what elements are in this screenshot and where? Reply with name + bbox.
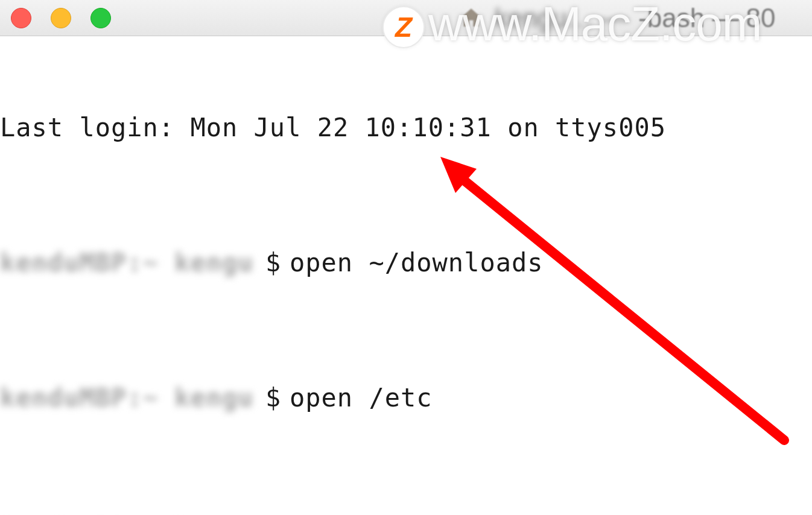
prompt-host: kenduMBP:~ kengu bbox=[0, 381, 265, 415]
minimize-button[interactable] bbox=[51, 8, 71, 28]
last-login-line: Last login: Mon Jul 22 10:10:31 on ttys0… bbox=[0, 111, 812, 145]
command-text: open /etc bbox=[290, 381, 433, 415]
zoom-button[interactable] bbox=[90, 8, 111, 28]
terminal-window: kengu… — -bash — 80 Last login: Mon Jul … bbox=[0, 0, 812, 515]
terminal-output[interactable]: Last login: Mon Jul 22 10:10:31 on ttys0… bbox=[0, 36, 812, 515]
prompt-dollar: $ bbox=[265, 381, 290, 415]
command-text: open ~/downloads bbox=[290, 246, 544, 280]
last-login-text: Last login: Mon Jul 22 10:10:31 on ttys0… bbox=[0, 111, 666, 145]
traffic-lights bbox=[0, 8, 111, 28]
watermark-logo-letter: Z bbox=[395, 11, 412, 43]
command-line: kenduMBP:~ kengu $ open /etc bbox=[0, 381, 812, 415]
watermark-text: www.MacZ.com bbox=[428, 0, 762, 52]
command-line: kenduMBP:~ kengu $ open ~/downloads bbox=[0, 246, 812, 280]
prompt-dollar: $ bbox=[265, 246, 290, 280]
prompt-host: kenduMBP:~ kengu bbox=[0, 246, 265, 280]
close-button[interactable] bbox=[11, 8, 31, 28]
watermark-logo: Z bbox=[382, 6, 425, 48]
